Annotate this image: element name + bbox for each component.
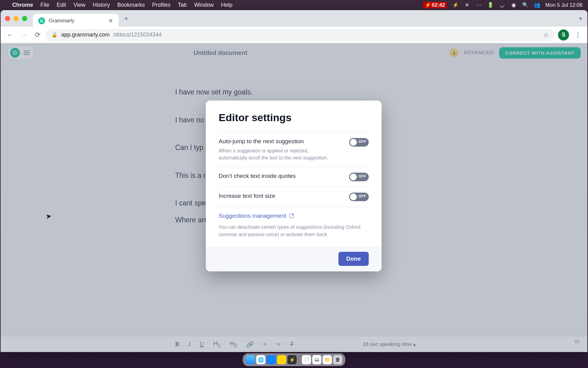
dock-terminal-icon[interactable]: ⚡ (288, 355, 297, 364)
grammarly-favicon: G (38, 17, 45, 24)
bookmark-star-icon[interactable]: ☆ (543, 31, 549, 39)
back-button[interactable]: ← (5, 30, 15, 40)
window-close-button[interactable] (5, 16, 10, 21)
toggle-quotes[interactable]: OFF (349, 173, 369, 181)
chrome-toolbar: ← → ⟳ 🔒 app.grammarly.com/ddocs/12150243… (1, 27, 587, 43)
forward-button: → (19, 30, 29, 40)
tab-title: Grammarly (49, 18, 74, 24)
dock-finder-icon[interactable] (246, 355, 255, 364)
tab-overflow-icon[interactable]: ▾ (579, 16, 582, 21)
dock-notes-icon[interactable] (277, 355, 286, 364)
toggle-state: OFF (359, 174, 367, 178)
control-center-icon[interactable]: ◉ (511, 2, 517, 8)
dock-folder-icon[interactable]: 📁 (323, 355, 332, 364)
external-link-icon (289, 214, 294, 218)
suggestions-management-link[interactable]: Suggestions management (219, 213, 294, 219)
dock-separator (299, 355, 300, 364)
dock-chrome-icon[interactable]: 🌐 (256, 355, 266, 364)
suggestions-management-section: Suggestions management You can deactivat… (219, 207, 369, 238)
dock-trash-icon[interactable]: 🗑 (333, 355, 342, 364)
reload-button[interactable]: ⟳ (33, 30, 42, 40)
url-host: app.grammarly.com (61, 32, 110, 38)
dots-status-icon[interactable]: ⋯ (476, 2, 482, 8)
toggle-state: OFF (359, 140, 367, 144)
menu-help[interactable]: Help (221, 2, 232, 8)
menu-tab[interactable]: Tab (178, 2, 187, 8)
chrome-tabbar: G Grammarly ✕ ＋ ▾ (1, 10, 587, 27)
macos-dock: 🌐 ⚡ 📄 🗂 📁 🗑 (243, 353, 345, 366)
toggle-state: OFF (359, 194, 367, 198)
toggle-knob (350, 139, 357, 146)
setting-font-size: Increase text font size OFF (219, 187, 369, 207)
editor-settings-modal: Editor settings Auto-jump to the next su… (206, 101, 382, 271)
spotlight-icon[interactable]: 🔍 (522, 2, 528, 8)
menu-bookmarks[interactable]: Bookmarks (117, 2, 145, 8)
setting-label: Don't check text inside quotes (219, 173, 296, 179)
menu-profiles[interactable]: Profiles (152, 2, 171, 8)
menu-file[interactable]: File (40, 2, 49, 8)
modal-footer: Done (206, 246, 382, 271)
battery-icon[interactable]: 🔋 (487, 2, 493, 8)
toggle-knob (350, 194, 357, 200)
setting-auto-jump: Auto-jump to the next suggestion When a … (219, 132, 369, 167)
screen-record-timer[interactable]: ⚡02:42 (423, 2, 447, 8)
window-minimize-button[interactable] (13, 16, 19, 21)
menu-window[interactable]: Window (194, 2, 214, 8)
menubar-datetime[interactable]: Mon 5 Jul 12:08 (545, 2, 582, 8)
url-path: /ddocs/1215024344 (113, 32, 162, 38)
lock-icon[interactable]: 🔒 (51, 32, 58, 38)
macos-menubar: Chrome File Edit View History Bookmarks … (0, 0, 588, 10)
dock-doc-icon[interactable]: 📄 (302, 355, 311, 364)
toggle-auto-jump[interactable]: OFF (349, 138, 369, 147)
suggestions-management-desc: You can deactivate certain types of sugg… (219, 224, 369, 238)
toggle-font-size[interactable]: OFF (349, 193, 369, 201)
window-zoom-button[interactable] (22, 16, 27, 21)
user-switch-icon[interactable]: 👥 (534, 2, 540, 8)
menu-history[interactable]: History (93, 2, 110, 8)
setting-description: When a suggestion is applied or rejected… (219, 147, 335, 161)
menubar-app-name[interactable]: Chrome (12, 2, 33, 8)
x-status-icon[interactable]: ✕ (464, 2, 470, 8)
setting-label: Increase text font size (219, 193, 275, 199)
wifi-icon[interactable]: ◡ (499, 2, 505, 8)
address-bar[interactable]: 🔒 app.grammarly.com/ddocs/1215024344 ☆ (46, 29, 554, 41)
tab-close-icon[interactable]: ✕ (108, 17, 113, 24)
setting-label: Auto-jump to the next suggestion (219, 138, 335, 145)
window-controls (5, 16, 27, 21)
menu-edit[interactable]: Edit (57, 2, 66, 8)
setting-quotes: Don't check text inside quotes OFF (219, 167, 369, 187)
dock-app-icon[interactable] (267, 355, 276, 364)
bolt-icon[interactable]: ⚡ (452, 2, 458, 8)
chrome-profile-avatar[interactable]: S (558, 29, 569, 40)
done-button[interactable]: Done (338, 252, 369, 266)
dock-stack-icon[interactable]: 🗂 (312, 355, 322, 364)
menu-view[interactable]: View (74, 2, 85, 8)
toggle-knob (350, 174, 357, 180)
modal-title: Editor settings (219, 112, 369, 124)
new-tab-button[interactable]: ＋ (123, 14, 130, 23)
browser-tab[interactable]: G Grammarly ✕ (33, 14, 119, 28)
chrome-menu-icon[interactable]: ⋮ (573, 31, 583, 39)
